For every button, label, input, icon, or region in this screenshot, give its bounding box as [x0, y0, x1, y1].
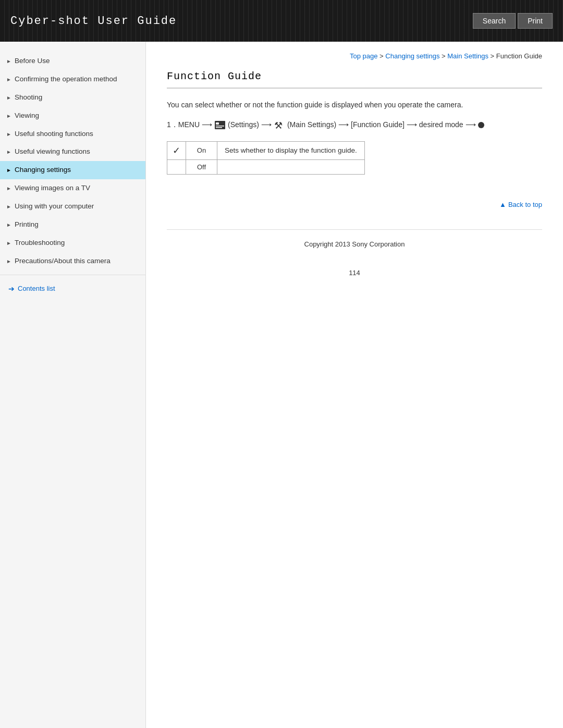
- mainsettings-icon: ⚒: [274, 119, 285, 131]
- layout: ► Before Use ► Confirming the operation …: [0, 42, 563, 728]
- chevron-icon: ►: [6, 203, 11, 211]
- table-empty-cell: [167, 160, 186, 174]
- svg-rect-0: [215, 121, 225, 129]
- table-check-cell: ✓: [167, 142, 186, 159]
- svg-text:⚒: ⚒: [274, 120, 283, 131]
- sidebar-item-label: Precautions/About this camera: [15, 256, 137, 266]
- sidebar-item-label: Changing settings: [15, 165, 137, 175]
- sidebar-item-label: Viewing images on a TV: [15, 183, 137, 193]
- sidebar-item-viewing[interactable]: ► Viewing: [0, 107, 145, 125]
- breadcrumb-sep2: >: [439, 52, 447, 60]
- table-row: Off: [167, 160, 364, 174]
- table-label-off: Off: [186, 160, 217, 174]
- sidebar-item-precautions[interactable]: ► Precautions/About this camera: [0, 252, 145, 270]
- chevron-icon: ►: [6, 58, 11, 65]
- sidebar-item-label: Useful viewing functions: [15, 147, 137, 157]
- page-title: Function Guide: [167, 70, 542, 89]
- breadcrumb-changing-settings[interactable]: Changing settings: [385, 52, 439, 60]
- copyright-text: Copyright 2013 Sony Corporation: [304, 240, 405, 248]
- chevron-icon: ►: [6, 185, 11, 192]
- svg-rect-3: [216, 127, 222, 128]
- sidebar: ► Before Use ► Confirming the operation …: [0, 42, 146, 728]
- sidebar-item-label: Using with your computer: [15, 202, 137, 212]
- arrow-icon: ➔: [8, 285, 15, 293]
- checkmark-icon: ✓: [173, 145, 180, 156]
- sidebar-item-label: Printing: [15, 220, 137, 230]
- chevron-icon: ►: [6, 221, 11, 229]
- instruction-desiredmode: desired mode: [419, 119, 463, 130]
- arrow-sym-4: ⟶: [407, 119, 417, 130]
- back-to-top: ▲Back to top: [167, 201, 542, 208]
- chevron-icon: ►: [6, 113, 11, 120]
- sidebar-item-changing-settings[interactable]: ► Changing settings: [0, 161, 145, 179]
- chevron-icon: ►: [6, 76, 11, 83]
- sidebar-item-label: Useful shooting functions: [15, 129, 137, 139]
- table-row: ✓ On Sets whether to display the functio…: [167, 142, 364, 160]
- breadcrumb: Top page > Changing settings > Main Sett…: [167, 52, 542, 60]
- function-table: ✓ On Sets whether to display the functio…: [167, 141, 365, 175]
- arrow-sym-2: ⟶: [261, 119, 272, 130]
- breadcrumb-current: Function Guide: [496, 52, 542, 60]
- app-title: Cyber-shot User Guide: [10, 15, 177, 28]
- sidebar-item-printing[interactable]: ► Printing: [0, 216, 145, 234]
- sidebar-item-label: Troubleshooting: [15, 238, 137, 248]
- instruction-settings-text: (Settings): [228, 119, 259, 130]
- instruction-functionguide: [Function Guide]: [351, 119, 405, 130]
- sidebar-item-computer[interactable]: ► Using with your computer: [0, 198, 145, 216]
- chevron-icon: ►: [6, 131, 11, 138]
- sidebar-item-confirming[interactable]: ► Confirming the operation method: [0, 70, 145, 89]
- table-desc-off: [217, 160, 232, 174]
- sidebar-item-useful-viewing[interactable]: ► Useful viewing functions: [0, 143, 145, 161]
- sidebar-item-viewing-tv[interactable]: ► Viewing images on a TV: [0, 179, 145, 198]
- contents-list-link[interactable]: ➔ Contents list: [0, 279, 145, 298]
- sidebar-item-shooting[interactable]: ► Shooting: [0, 89, 145, 107]
- table-label-on: On: [186, 142, 217, 159]
- back-to-top-link[interactable]: ▲Back to top: [499, 201, 542, 208]
- main-content: Top page > Changing settings > Main Sett…: [146, 42, 563, 728]
- back-to-top-label: Back to top: [508, 201, 542, 208]
- page-number: 114: [167, 269, 542, 277]
- sidebar-item-label: Before Use: [15, 56, 137, 66]
- instruction-mainsettings-text: (Main Settings): [287, 119, 336, 130]
- sidebar-divider: [0, 275, 145, 275]
- chevron-icon: ►: [6, 149, 11, 156]
- svg-rect-1: [216, 122, 219, 125]
- table-desc-on: Sets whether to display the function gui…: [217, 142, 364, 159]
- print-button[interactable]: Print: [518, 13, 553, 29]
- breadcrumb-sep1: >: [378, 52, 386, 60]
- contents-list-label: Contents list: [18, 285, 55, 292]
- sidebar-item-label: Shooting: [15, 93, 137, 103]
- content-description: You can select whether or not the functi…: [167, 99, 542, 110]
- arrow-sym-3: ⟶: [338, 119, 349, 130]
- header-buttons: Search Print: [473, 13, 553, 29]
- search-button[interactable]: Search: [473, 13, 516, 29]
- instruction-line: 1．MENU ⟶ (Settings) ⟶ ⚒ (Main Settings): [167, 119, 542, 130]
- sidebar-item-troubleshooting[interactable]: ► Troubleshooting: [0, 234, 145, 252]
- bullet-circle-icon: [478, 122, 484, 128]
- sidebar-item-before-use[interactable]: ► Before Use: [0, 52, 145, 70]
- arrow-sym-1: ⟶: [202, 119, 212, 130]
- chevron-icon: ►: [6, 167, 11, 174]
- breadcrumb-sep3: >: [488, 52, 496, 60]
- instruction-number: 1．MENU: [167, 119, 200, 130]
- settings-icon: [214, 120, 226, 130]
- svg-rect-2: [216, 126, 224, 127]
- header: Cyber-shot User Guide Search Print: [0, 0, 563, 42]
- sidebar-item-label: Confirming the operation method: [15, 75, 137, 84]
- triangle-up-icon: ▲: [499, 201, 506, 208]
- sidebar-item-label: Viewing: [15, 111, 137, 121]
- chevron-icon: ►: [6, 258, 11, 265]
- chevron-icon: ►: [6, 94, 11, 102]
- chevron-icon: ►: [6, 240, 11, 247]
- sidebar-item-useful-shooting[interactable]: ► Useful shooting functions: [0, 125, 145, 143]
- arrow-sym-5: ⟶: [466, 119, 476, 130]
- breadcrumb-top-page[interactable]: Top page: [350, 52, 378, 60]
- footer: Copyright 2013 Sony Corporation: [167, 229, 542, 258]
- breadcrumb-main-settings[interactable]: Main Settings: [447, 52, 488, 60]
